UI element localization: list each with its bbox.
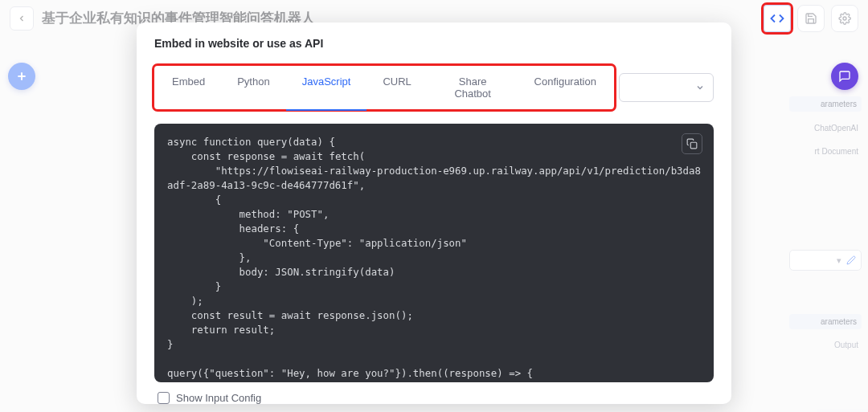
copy-code-button[interactable] xyxy=(682,133,702,154)
plus-icon xyxy=(15,70,28,83)
chat-button[interactable] xyxy=(831,63,858,90)
clipboard-icon xyxy=(686,138,698,149)
code-panel: async function query(data) { const respo… xyxy=(154,124,714,382)
tab-javascript[interactable]: JavaScript xyxy=(286,69,367,106)
node-parameters-badge-2: arameters xyxy=(789,314,862,329)
chevron-down-icon: ▾ xyxy=(837,255,841,266)
embed-modal: Embed in website or use as API Embed Pyt… xyxy=(137,22,731,404)
svg-rect-3 xyxy=(690,142,697,149)
node-chatopenai-label: ChatOpenAI xyxy=(789,121,862,135)
chevron-down-icon xyxy=(695,83,705,92)
settings-button[interactable] xyxy=(831,5,858,32)
modal-title: Embed in website or use as API xyxy=(137,37,731,51)
show-input-config-label: Show Input Config xyxy=(176,392,261,404)
node-parameters-badge: arameters xyxy=(789,96,862,112)
chevron-left-icon xyxy=(17,14,27,23)
topbar-actions xyxy=(764,5,858,32)
chat-icon xyxy=(838,70,851,83)
background-nodes: arameters ChatOpenAI rt Document ▾ arame… xyxy=(789,96,862,351)
node-output-label: Output xyxy=(789,339,862,351)
node-select[interactable]: ▾ xyxy=(789,250,862,271)
back-button[interactable] xyxy=(10,6,34,31)
tab-active-underline xyxy=(286,109,367,111)
save-icon xyxy=(805,12,817,25)
tab-curl[interactable]: CURL xyxy=(366,69,427,106)
gear-icon xyxy=(838,12,851,25)
tab-configuration[interactable]: Configuration xyxy=(518,69,612,106)
api-code-button[interactable] xyxy=(764,5,791,32)
add-node-button[interactable] xyxy=(8,63,35,90)
tab-javascript-label: JavaScript xyxy=(302,75,351,88)
tab-python[interactable]: Python xyxy=(221,69,285,106)
show-input-config-row: Show Input Config xyxy=(137,387,731,404)
modal-tab-row: Embed Python JavaScript CURL Share Chatb… xyxy=(137,66,731,109)
code-icon xyxy=(770,11,784,26)
code-snippet[interactable]: async function query(data) { const respo… xyxy=(167,135,701,382)
tab-share-chatbot[interactable]: Share Chatbot xyxy=(428,69,518,106)
node-document-label: rt Document xyxy=(789,145,862,158)
modal-tabs: Embed Python JavaScript CURL Share Chatb… xyxy=(154,66,614,109)
modal-dropdown[interactable] xyxy=(619,73,714,102)
save-button[interactable] xyxy=(797,5,825,32)
show-input-config-checkbox[interactable] xyxy=(158,392,170,404)
svg-point-0 xyxy=(843,17,846,20)
tab-embed[interactable]: Embed xyxy=(156,69,221,106)
edit-icon xyxy=(846,255,856,265)
